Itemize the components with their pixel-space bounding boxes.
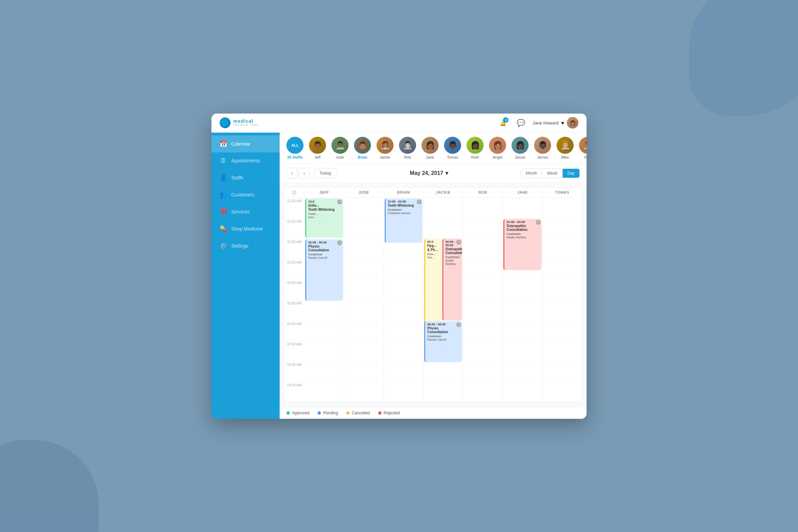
staff-james[interactable]: 👨🏿 James: [534, 137, 551, 159]
all-avatar: ALL: [286, 137, 304, 154]
tomas-slot-10: [543, 382, 582, 402]
chevron-down-icon: ▾: [561, 120, 564, 126]
jeff-appt-2-close[interactable]: ✕: [337, 240, 342, 245]
jackie-avatar: 👩🏽‍⚕️: [376, 137, 394, 154]
jackie-appt-3-dots: ···: [427, 342, 460, 347]
day-view-button[interactable]: Day: [563, 169, 579, 178]
chat-icon: 💬: [517, 119, 525, 127]
sidebar-label-shop: Shop Medicine: [231, 226, 263, 232]
james-name: James: [537, 155, 548, 159]
staff-tomas[interactable]: 👨🏿 Tomas: [444, 137, 461, 159]
notification-badge: 3: [503, 117, 508, 123]
staff-row: ALL 30 Staffs 👨🏾 Jeff 👨🏾‍⚕️ Jude 👨🏽 Bria…: [280, 133, 587, 164]
month-view-button[interactable]: Month: [521, 169, 542, 178]
jackie-appt-3-close[interactable]: ✕: [456, 322, 461, 327]
services-icon: ❤️: [220, 208, 227, 216]
staff-jackie[interactable]: 👩🏽‍⚕️ Jackie: [376, 137, 394, 159]
staff-jane[interactable]: 👩🏾 Jane: [422, 137, 439, 159]
staff-jeff[interactable]: 👨🏾 Jeff: [309, 137, 326, 159]
staff-ruth[interactable]: 👩🏿 Ruth: [467, 137, 484, 159]
jane-slot-5: [503, 280, 542, 300]
jude-slot-2: [344, 218, 383, 239]
jeff-appt-2-title: Physio Consultation: [308, 245, 341, 252]
jeff-appt-1-short: Initia...: [308, 204, 341, 207]
time-0600: 06:00 AM: [284, 321, 305, 341]
jackie-appt-1-customer: Nor...: [427, 256, 440, 259]
calendar-header: 🕐 JEFF JUDE BRIAN JACKIE ROB JANE TOMAS: [284, 188, 582, 198]
brian-appt-1[interactable]: ✕ 12:00 - 02:00 Teeth Whitening Customer…: [385, 198, 423, 243]
sidebar-label-services: Services: [231, 209, 250, 215]
staff-all[interactable]: ALL 30 Staffs: [286, 137, 304, 159]
time-0700: 07:00 AM: [284, 341, 305, 361]
today-button[interactable]: Today: [314, 168, 337, 178]
time-column: 12:00 AM 01:00 AM 02:00 AM 03:00 AM 04:0…: [284, 198, 305, 402]
rob-slot-1: [463, 198, 502, 218]
sidebar-item-services[interactable]: ❤️ Services: [211, 203, 280, 220]
angel-name: Angel: [493, 155, 502, 159]
staff-jessie[interactable]: 👩🏿 Jessie: [512, 137, 529, 159]
staff-mike[interactable]: 👨🏼‍⚕️ Mike: [557, 137, 574, 159]
rob-header: ROB: [463, 188, 503, 197]
sidebar-item-shop-medicine[interactable]: 💊 Shop Medicine: [211, 220, 280, 237]
sidebar-label-appointments: Appointments: [231, 158, 261, 163]
jeff-appt-1[interactable]: ✕ 12:0 Initia... Teeth Whitening Cust...…: [305, 198, 343, 238]
appointments-icon: 🗓: [220, 157, 227, 164]
brian-header: BRIAN: [384, 188, 424, 197]
jeff-appt-1-close[interactable]: ✕: [337, 200, 342, 204]
staff-dan[interactable]: 👨🏽‍⚕️ Dan: [579, 137, 587, 159]
jackie-appt-2-dots: ···: [445, 266, 460, 271]
staff-angel[interactable]: 👩🏽 Angel: [489, 137, 506, 159]
time-0300: 03:00 AM: [284, 259, 305, 280]
staff-rob[interactable]: 👨🏻‍⚕️ Rob: [399, 137, 416, 159]
brian-appt-1-close[interactable]: ✕: [417, 200, 422, 204]
jackie-appt-2-title: Osteopathic Consultation: [445, 247, 460, 255]
staff-brian[interactable]: 👨🏽 Brian: [354, 137, 371, 159]
ruth-avatar: 👩🏿: [467, 137, 484, 154]
tomas-slot-4: [543, 259, 582, 280]
jane-appt-1[interactable]: ✕ 01:00 - 03:00 Osteopathic Consultation…: [503, 219, 541, 270]
jeff-appt-2-customer: Ranee Carroll: [308, 256, 341, 260]
sidebar-item-staffs[interactable]: 👤 Staffs: [211, 169, 280, 186]
jessie-name: Jessie: [515, 155, 525, 159]
time-1200: 12:00 AM: [284, 198, 305, 218]
brian-slot-9: [384, 361, 423, 382]
sidebar-item-customers[interactable]: 👥 Customers: [211, 186, 280, 203]
jeff-slot-6: [305, 300, 344, 321]
jane-appt-1-close[interactable]: ✕: [536, 220, 541, 225]
jeff-appt-1-time: 12:0: [308, 200, 341, 203]
jackie-appt-3[interactable]: ✕ 06:00 - 08:00 Physio Consultation Cust…: [424, 321, 462, 362]
chat-button[interactable]: 💬: [515, 117, 527, 129]
jude-slot-10: [344, 382, 383, 402]
legend-pending: Pending: [317, 411, 338, 415]
jackie-appt-1[interactable]: 02:0 Hyg... & Ph... Cus... Nor...: [424, 239, 442, 331]
sidebar-item-appointments[interactable]: 🗓 Appointments: [211, 152, 280, 169]
jackie-appt-1-sub: & Ph...: [427, 248, 440, 252]
tomas-slot-2: [543, 218, 582, 239]
user-info[interactable]: Jane Howard ▾ 👩🏽: [532, 117, 578, 129]
tomas-slot-6: [543, 300, 582, 321]
prev-button[interactable]: ‹: [286, 168, 297, 179]
next-button[interactable]: ›: [299, 168, 310, 179]
jeff-appt-1-customer: Kev...: [308, 216, 341, 219]
sidebar-item-settings[interactable]: ⚙️ Settings: [211, 237, 280, 254]
jeff-appt-2-dots: ···: [308, 260, 341, 265]
cancelled-dot: [346, 411, 350, 415]
brian-appt-1-customer: Charlene Kesner: [388, 211, 420, 215]
rob-slot-9: [463, 361, 502, 382]
jeff-appt-2[interactable]: ✕ 02:00 - 05:00 Physio Consultation Cust…: [305, 239, 343, 301]
jackie-appt-2-close[interactable]: ✕: [456, 240, 461, 245]
main-layout: 📅 Calendar 🗓 Appointments 👤 Staffs 👥 Cus…: [211, 133, 587, 419]
jane-avatar: 👩🏾: [422, 137, 439, 154]
week-view-button[interactable]: Week: [542, 169, 562, 178]
notification-button[interactable]: 🔔 3: [497, 117, 509, 129]
sidebar-item-calendar[interactable]: 📅 Calendar: [211, 135, 280, 152]
brian-appt-1-time: 12:00 - 02:00: [388, 200, 420, 203]
jane-slot-10: [503, 382, 542, 402]
rob-slot-5: [463, 280, 502, 300]
legend: Approved Pending Cancelled Rejected: [280, 407, 587, 419]
time-0500: 05:00 AM: [284, 300, 305, 321]
jackie-appt-2[interactable]: ✕ 02:00 - 05:00 Osteopathic Consultation…: [442, 239, 462, 321]
staff-jude[interactable]: 👨🏾‍⚕️ Jude: [331, 137, 349, 159]
jeff-slot-8: [305, 341, 344, 361]
jeff-slot-9: [305, 361, 344, 382]
